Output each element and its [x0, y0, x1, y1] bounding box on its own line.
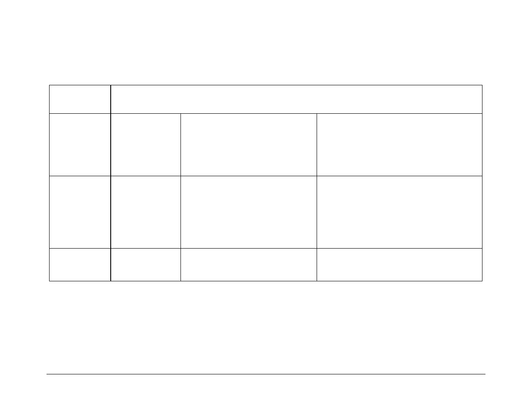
table-cell	[181, 249, 317, 281]
table-cell	[111, 249, 181, 281]
table-cell	[50, 249, 111, 281]
table-cell	[317, 176, 482, 249]
layout-table	[49, 85, 482, 281]
table-cell	[317, 249, 482, 281]
table-row	[50, 85, 482, 114]
table-row	[50, 249, 482, 281]
table-cell	[50, 85, 111, 114]
table-cell	[50, 114, 111, 176]
page	[0, 0, 532, 411]
table-cell	[181, 176, 317, 249]
table-cell	[111, 114, 181, 176]
table-cell	[111, 176, 181, 249]
table-cell	[317, 114, 482, 176]
table-cell	[50, 176, 111, 249]
table-row	[50, 176, 482, 249]
table-row	[50, 114, 482, 176]
table-cell	[181, 114, 317, 176]
table-cell	[111, 85, 482, 114]
footer-divider	[47, 374, 485, 374]
